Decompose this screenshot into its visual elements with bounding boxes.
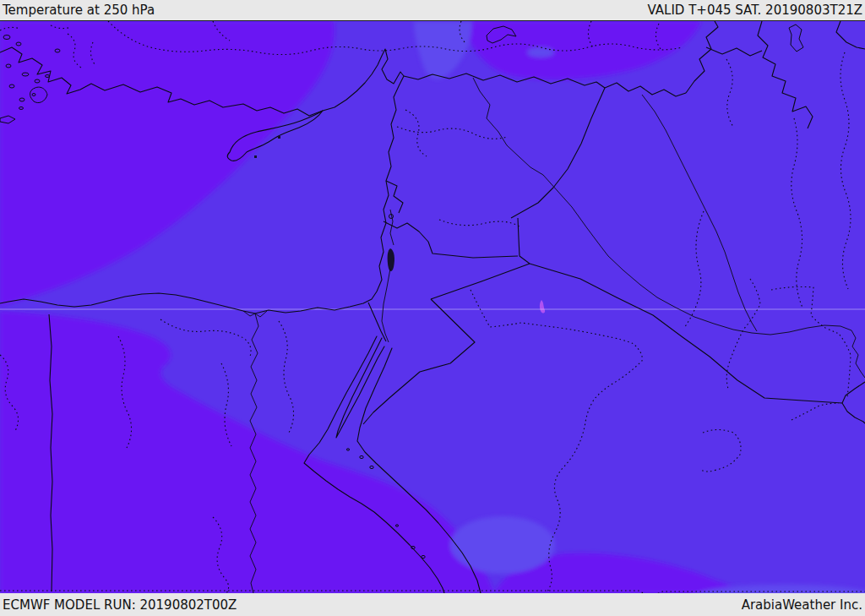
weather-map-frame: Temperature at 250 hPa VALID T+045 SAT. … (0, 0, 865, 616)
light-patch-small (527, 47, 554, 57)
credit-label: ArabiaWeather Inc. (742, 597, 862, 613)
header-bar: Temperature at 250 hPa VALID T+045 SAT. … (0, 0, 865, 21)
model-run-label: ECMWF MODEL RUN: 20190802T00Z (3, 597, 237, 613)
valid-time-label: VALID T+045 SAT. 20190803T21Z (648, 3, 862, 18)
map-title: Temperature at 250 hPa (3, 3, 155, 18)
temperature-bands (0, 21, 865, 608)
footer-bar: ECMWF MODEL RUN: 20190802T00Z ArabiaWeat… (0, 593, 865, 616)
map-canvas (0, 0, 865, 616)
light-patch-redsea (450, 516, 555, 574)
